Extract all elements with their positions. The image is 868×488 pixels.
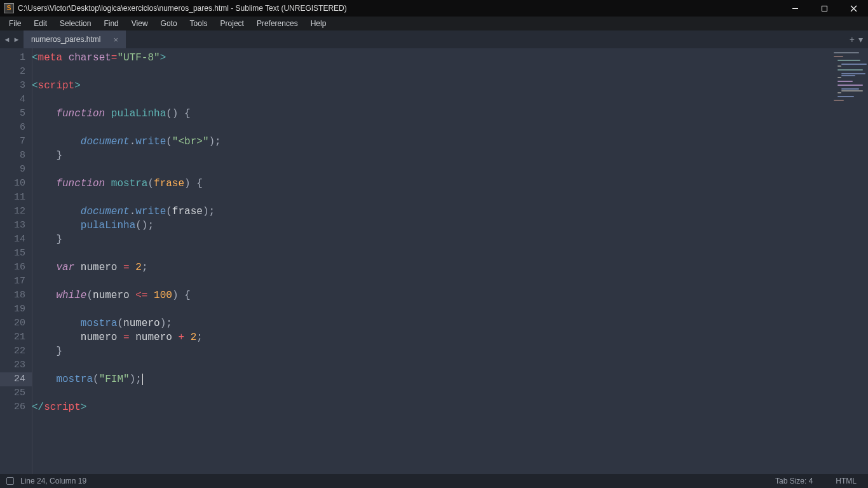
- status-syntax[interactable]: HTML: [836, 477, 857, 485]
- panel-switch-icon[interactable]: [6, 477, 14, 485]
- line-number[interactable]: 1: [0, 51, 32, 65]
- svg-rect-1: [822, 6, 827, 11]
- tabbar: ◄ ► numeros_pares.html × + ▾: [0, 30, 868, 48]
- status-cursor-position: Line 24, Column 19: [20, 477, 86, 485]
- menu-file[interactable]: File: [3, 18, 27, 29]
- line-number[interactable]: 11: [0, 191, 32, 205]
- menu-find[interactable]: Find: [97, 18, 125, 29]
- line-number[interactable]: 17: [0, 274, 32, 288]
- gutter[interactable]: 1234567891011121314151617181920212223242…: [0, 48, 32, 474]
- menubar: File Edit Selection Find View Goto Tools…: [0, 17, 868, 30]
- line-number[interactable]: 10: [0, 177, 32, 191]
- menu-project[interactable]: Project: [214, 18, 250, 29]
- line-number[interactable]: 14: [0, 233, 32, 247]
- tab-label: numeros_pares.html: [31, 35, 100, 44]
- minimize-icon: [792, 5, 799, 12]
- menu-selection[interactable]: Selection: [53, 18, 97, 29]
- menu-view[interactable]: View: [125, 18, 154, 29]
- close-icon: [850, 5, 857, 12]
- maximize-button[interactable]: [810, 0, 839, 17]
- tab-history-nav: ◄ ►: [0, 30, 24, 48]
- line-number[interactable]: 3: [0, 79, 32, 93]
- tab-active[interactable]: numeros_pares.html ×: [24, 30, 126, 48]
- maximize-icon: [821, 5, 828, 12]
- window-title: C:\Users\Victor\Desktop\logica\exercicio…: [18, 4, 347, 13]
- close-button[interactable]: [839, 0, 868, 17]
- tab-close-button[interactable]: ×: [113, 35, 118, 44]
- menu-help[interactable]: Help: [304, 18, 333, 29]
- menu-edit[interactable]: Edit: [27, 18, 53, 29]
- menu-preferences[interactable]: Preferences: [250, 18, 304, 29]
- line-number[interactable]: 21: [0, 330, 32, 344]
- line-number[interactable]: 23: [0, 358, 32, 372]
- tab-forward-button[interactable]: ►: [12, 34, 21, 45]
- menu-tools[interactable]: Tools: [184, 18, 214, 29]
- line-number[interactable]: 4: [0, 93, 32, 107]
- line-number[interactable]: 5: [0, 107, 32, 121]
- code-area[interactable]: <meta charset="UTF-8"> <script> function…: [32, 48, 831, 474]
- line-number[interactable]: 20: [0, 316, 32, 330]
- text-cursor: [142, 374, 143, 385]
- status-tab-size[interactable]: Tab Size: 4: [775, 477, 813, 485]
- tab-back-button[interactable]: ◄: [3, 34, 11, 45]
- line-number[interactable]: 15: [0, 247, 32, 261]
- line-number[interactable]: 26: [0, 400, 32, 414]
- line-number[interactable]: 9: [0, 163, 32, 177]
- menu-goto[interactable]: Goto: [154, 18, 184, 29]
- minimap[interactable]: [831, 48, 868, 474]
- editor: 1234567891011121314151617181920212223242…: [0, 48, 868, 474]
- line-number[interactable]: 2: [0, 65, 32, 79]
- line-number[interactable]: 7: [0, 135, 32, 149]
- window-controls: [780, 0, 868, 17]
- line-number[interactable]: 13: [0, 219, 32, 233]
- line-number[interactable]: 12: [0, 205, 32, 219]
- line-number[interactable]: 22: [0, 344, 32, 358]
- app-icon: S: [4, 3, 14, 13]
- line-number[interactable]: 18: [0, 288, 32, 302]
- line-number[interactable]: 8: [0, 149, 32, 163]
- line-number[interactable]: 16: [0, 261, 32, 274]
- line-number[interactable]: 24: [0, 372, 32, 386]
- new-tab-button[interactable]: +: [850, 34, 855, 44]
- tab-dropdown-button[interactable]: ▾: [858, 34, 863, 44]
- line-number[interactable]: 25: [0, 386, 32, 400]
- app-window: S C:\Users\Victor\Desktop\logica\exercic…: [0, 0, 868, 488]
- statusbar: Line 24, Column 19 Tab Size: 4 HTML: [0, 474, 868, 488]
- titlebar[interactable]: S C:\Users\Victor\Desktop\logica\exercic…: [0, 0, 868, 17]
- line-number[interactable]: 19: [0, 302, 32, 316]
- minimize-button[interactable]: [780, 0, 810, 17]
- line-number[interactable]: 6: [0, 121, 32, 135]
